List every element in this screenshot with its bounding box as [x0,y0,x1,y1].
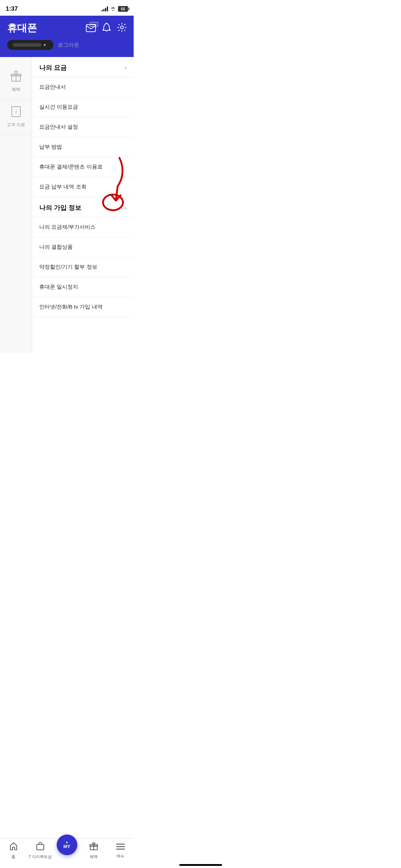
battery-icon: 55 [118,6,128,12]
svg-point-1 [120,26,123,29]
internet-tv-item[interactable]: 인터넷/전화/B tv 가입 내역 [32,297,134,317]
status-bar: 1:37 55 [0,0,134,16]
sidebar: 혜택 i 고객 지원 [0,57,32,353]
content-area: 나의 요금 › 요금안내서 실시간 이용요금 요금안내서 설정 납부 방법 휴대… [32,57,134,353]
main-layout: 혜택 i 고객 지원 나의 요금 › 요금안내서 실시간 이용요금 요금안내서 … [0,57,134,353]
user-name [13,43,41,47]
my-fee-section-header[interactable]: 나의 요금 › [32,57,134,77]
free-badge: free [90,22,98,27]
contract-discount-item[interactable]: 약정할인/기기 할부 정보 [32,257,134,277]
header: 휴대폰 free [0,16,134,57]
logout-button[interactable]: 로그아웃 [58,42,79,48]
my-subscription-section-wrapper: 나의 가입 정보 › [32,197,134,217]
sidebar-item-support[interactable]: i 고객 지원 [0,99,32,135]
payment-method-item[interactable]: 납부 방법 [32,137,134,157]
bell-button[interactable] [102,23,111,33]
my-subscription-section-header[interactable]: 나의 가입 정보 › [32,197,134,217]
settings-button[interactable] [117,23,127,33]
status-icons: 55 [102,6,128,12]
my-subscription-chevron-icon: › [124,204,127,212]
header-top: 휴대폰 free [7,21,127,35]
page-title: 휴대폰 [7,21,37,35]
sidebar-item-benefits[interactable]: 혜택 [0,64,32,99]
my-fee-chevron-icon: › [124,64,127,72]
suspend-item[interactable]: 휴대폰 일시정지 [32,277,134,297]
signal-icon [102,6,108,11]
svg-text:i: i [15,109,16,115]
mail-button[interactable]: free [86,24,96,32]
payment-history-item[interactable]: 요금 납부 내역 조회 [32,177,134,197]
header-icons: free [86,23,127,33]
sidebar-item-benefits-label: 혜택 [12,87,20,93]
wifi-icon [110,6,116,12]
sidebar-item-support-label: 고객 지원 [7,122,25,128]
status-time: 1:37 [6,5,18,12]
header-bottom: ▾ 로그아웃 [7,40,127,50]
fee-setting-item[interactable]: 요금안내서 설정 [32,117,134,137]
my-subscription-title: 나의 가입 정보 [39,203,81,212]
info-icon: i [10,106,22,120]
my-bundle-item[interactable]: 나의 결합상품 [32,237,134,257]
my-plan-item[interactable]: 나의 요금제/부가서비스 [32,217,134,237]
gift-icon [10,71,22,84]
fee-guide-item[interactable]: 요금안내서 [32,77,134,97]
mobile-payment-item[interactable]: 휴대폰 결제/콘텐츠 이용료 [32,157,134,177]
chevron-down-icon: ▾ [43,42,46,48]
realtime-fee-item[interactable]: 실시간 이용요금 [32,97,134,117]
user-selector[interactable]: ▾ [7,40,53,50]
my-fee-title: 나의 요금 [39,63,67,72]
